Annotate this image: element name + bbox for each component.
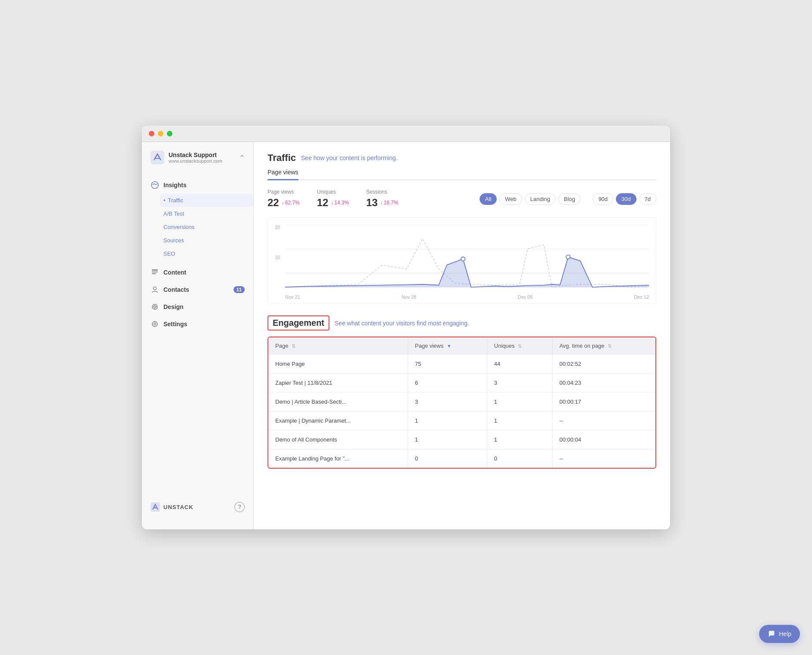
stat-pageviews-label: Page views [268,189,300,195]
settings-icon [151,320,159,328]
stat-sessions-number: 13 [366,197,378,209]
sidebar-item-contacts[interactable]: Contacts 11 [142,281,253,298]
chart-y-20: 20 [275,225,280,230]
cell-page-1: Zapier Test | 11/8/2021 [268,374,408,392]
app-body: Unstack Support www.unstacksupport.com ⌃… [142,142,670,529]
chart-x-dec12: Dec 12 [634,294,649,300]
cell-uniques-2: 1 [487,392,552,411]
chart-svg-area [285,225,649,289]
col-avgtime[interactable]: Avg. time on page ⇅ [552,337,655,355]
sidebar-item-seo[interactable]: SEO [163,247,253,260]
traffic-header: Traffic See how your content is performi… [268,152,656,164]
sidebar-brand[interactable]: Unstack Support www.unstacksupport.com ⌃ [142,151,253,173]
engagement-table: Page ⇅ Page views ▼ Uniques ⇅ [268,337,655,468]
col-uniques[interactable]: Uniques ⇅ [487,337,552,355]
filter-landing[interactable]: Landing [525,193,556,205]
sort-page-icon: ⇅ [292,343,295,349]
sidebar-item-abtest[interactable]: A/B Test [163,207,253,220]
col-page[interactable]: Page ⇅ [268,337,408,355]
table-row: Example | Dynamic Paramet... 1 1 -- [268,411,655,430]
stat-pageviews-value-row: 22 62.7% [268,197,300,209]
main-content: Traffic See how your content is performi… [254,142,670,529]
table-row: Home Page 75 44 00:02:52 [268,355,655,374]
sidebar-item-traffic[interactable]: Traffic [160,194,253,207]
sidebar-item-design[interactable]: Design [142,298,253,315]
unstack-logo: UNSTACK [151,502,194,512]
settings-label: Settings [163,321,187,328]
traffic-tabs: Page views [268,165,656,180]
sidebar-item-conversions[interactable]: Conversions [163,220,253,234]
stat-uniques: Uniques 12 14.3% [317,189,349,209]
stat-uniques-change: 14.3% [331,200,349,206]
design-label: Design [163,303,184,310]
stat-pageviews-change: 62.7% [282,200,300,206]
content-icon [151,268,159,277]
cell-views-3: 1 [408,411,487,430]
traffic-title: Traffic [268,152,296,164]
stat-sessions: Sessions 13 18.7% [366,189,398,209]
brand-name: Unstack Support [169,151,235,158]
chart-x-dec05: Dec 05 [518,294,533,300]
table-body: Home Page 75 44 00:02:52 Zapier Test | 1… [268,355,655,468]
cell-page-2: Demo | Article Based-Secti... [268,392,408,411]
filter-7d[interactable]: 7d [639,193,656,205]
chart-x-nov21: Nov 21 [285,294,300,300]
svg-point-5 [154,287,157,290]
traffic-subtitle: See how your content is performing. [301,154,397,161]
stat-sessions-label: Sessions [366,189,398,195]
sidebar-item-sources[interactable]: Sources [163,234,253,247]
cell-uniques-5: 0 [487,449,552,468]
stat-uniques-number: 12 [317,197,329,209]
svg-rect-0 [151,151,164,164]
cell-uniques-4: 1 [487,430,552,449]
filter-all[interactable]: All [480,193,497,205]
sidebar-item-insights[interactable]: Insights [142,176,253,194]
unstack-label: UNSTACK [163,504,194,510]
filter-web[interactable]: Web [499,193,522,205]
insights-label: Insights [163,182,187,188]
help-button-label: Help [779,630,791,637]
svg-point-13 [154,323,156,325]
sidebar-footer: UNSTACK ? [142,493,253,521]
sidebar-item-settings[interactable]: Settings [142,315,253,333]
chart-graphic [285,225,649,289]
help-question-icon[interactable]: ? [234,502,245,512]
cell-views-0: 75 [408,355,487,374]
svg-rect-2 [152,269,158,271]
design-icon [151,303,159,311]
stats-row: Page views 22 62.7% Uniques 12 14.3% Ses… [268,189,656,209]
sidebar-item-content[interactable]: Content [142,264,253,281]
contacts-icon [151,285,159,294]
cell-views-5: 0 [408,449,487,468]
filter-90d[interactable]: 90d [593,193,613,205]
table-row: Demo | Article Based-Secti... 3 1 00:00:… [268,392,655,411]
stat-uniques-label: Uniques [317,189,349,195]
cell-views-4: 1 [408,430,487,449]
sidebar-section-insights: Insights Traffic A/B Test Conversions So… [142,173,253,264]
cell-avgtime-0: 00:02:52 [552,355,655,374]
close-button[interactable] [149,131,154,136]
cell-avgtime-1: 00:04:23 [552,374,655,392]
table-row: Zapier Test | 11/8/2021 6 3 00:04:23 [268,374,655,392]
brand-logo-icon [151,151,164,164]
cell-page-3: Example | Dynamic Paramet... [268,411,408,430]
sort-pageviews-icon: ▼ [447,343,452,349]
engagement-header: Engagement See what content your visitor… [268,315,656,331]
col-pageviews[interactable]: Page views ▼ [408,337,487,355]
filter-30d[interactable]: 30d [616,193,637,205]
help-chat-button[interactable]: Help [759,625,800,643]
filter-blog[interactable]: Blog [558,193,581,205]
brand-url: www.unstacksupport.com [169,158,235,164]
cell-uniques-1: 3 [487,374,552,392]
svg-point-24 [461,257,465,261]
brand-info: Unstack Support www.unstacksupport.com [169,151,235,164]
stat-page-views: Page views 22 62.7% [268,189,300,209]
tab-page-views[interactable]: Page views [268,165,298,180]
engagement-subtitle: See what content your visitors find most… [335,320,469,327]
cell-page-4: Demo of All Components [268,430,408,449]
svg-point-7 [154,306,156,308]
maximize-button[interactable] [167,131,172,136]
minimize-button[interactable] [158,131,163,136]
engagement-title: Engagement [268,315,329,331]
cell-page-0: Home Page [268,355,408,374]
